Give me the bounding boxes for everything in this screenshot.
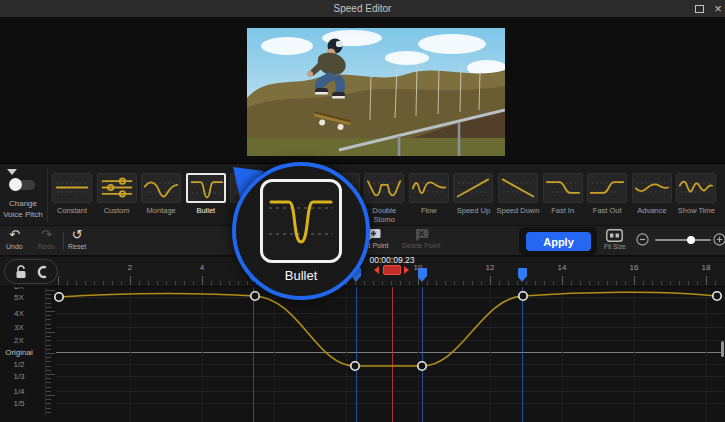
keyframe-flag-3[interactable] xyxy=(418,268,427,282)
preset-label-montage: Montage xyxy=(139,206,183,215)
speed-editor-window: Speed Editor × xyxy=(0,0,725,422)
ruler-tick xyxy=(472,281,473,285)
zoom-out-button[interactable] xyxy=(636,233,649,246)
ruler-tick xyxy=(616,281,617,285)
ruler-tick xyxy=(661,281,662,285)
ruler-tick xyxy=(112,281,113,285)
curve-point-3[interactable] xyxy=(351,362,359,370)
titlebar: Speed Editor × xyxy=(0,0,725,18)
preset-tile-constant[interactable] xyxy=(52,173,92,203)
redo-button[interactable]: ↷ Redo xyxy=(38,228,55,250)
curve-point-1[interactable] xyxy=(55,293,63,301)
ruler-tick xyxy=(508,281,509,285)
scrub-left-arrow-icon[interactable] xyxy=(374,266,379,274)
preset-tile-flow[interactable] xyxy=(409,173,449,203)
ruler-number-18: 18 xyxy=(702,263,711,272)
ruler-tick xyxy=(715,281,716,285)
preset-tile-double-slomo[interactable] xyxy=(364,173,404,203)
reset-icon: ↺ xyxy=(72,228,83,242)
delete-point-button[interactable]: Delete Point xyxy=(402,228,440,249)
zoom-in-button[interactable] xyxy=(713,233,725,246)
ruler-tick xyxy=(652,281,653,285)
preset-tile-montage[interactable] xyxy=(141,173,181,203)
preset-tile-bullet[interactable] xyxy=(186,173,226,203)
preset-label-advance: Advance xyxy=(630,206,674,215)
preset-label-speed-down: Speed Down xyxy=(496,206,540,215)
snap-magnet-icon[interactable] xyxy=(35,265,49,279)
scrub-right-arrow-icon[interactable] xyxy=(404,266,409,274)
vertical-scrollbar-thumb[interactable] xyxy=(721,341,724,357)
preset-tile-advance[interactable] xyxy=(632,173,672,203)
ruler-tick xyxy=(229,281,230,285)
preset-label-flow: Flow xyxy=(407,206,451,215)
video-frame-skateboarder xyxy=(247,28,505,156)
reset-button[interactable]: ↺ Reset xyxy=(68,228,86,250)
ruler-tick xyxy=(454,281,455,285)
ruler-tick xyxy=(499,281,500,285)
preset-label-constant: Constant xyxy=(50,206,94,215)
preset-label-custom: Custom xyxy=(95,206,139,215)
ruler-tick xyxy=(166,281,167,285)
preset-tile-speed-down[interactable] xyxy=(498,173,538,203)
collapse-panel-arrow-icon[interactable] xyxy=(7,169,17,175)
curve-point-2[interactable] xyxy=(251,292,259,300)
ruler-tick xyxy=(211,281,212,285)
preset-tile-speed-up[interactable] xyxy=(453,173,493,203)
preset-tile-fast-out[interactable] xyxy=(587,173,627,203)
ruler-tick xyxy=(445,281,446,285)
preset-label-show-time: Show Time xyxy=(674,206,718,215)
ruler-tick xyxy=(625,281,626,285)
apply-button[interactable]: Apply xyxy=(526,232,591,251)
ruler-tick xyxy=(94,281,95,285)
ruler-tick xyxy=(670,281,671,285)
ruler-number-12: 12 xyxy=(486,263,495,272)
ruler-tick xyxy=(202,276,203,285)
voice-pitch-toggle[interactable] xyxy=(11,180,35,190)
ruler-tick xyxy=(121,281,122,285)
ruler-tick xyxy=(481,281,482,285)
maximize-icon xyxy=(695,5,704,13)
ruler-tick xyxy=(400,281,401,285)
fit-size-slider[interactable] xyxy=(655,239,711,241)
ruler-tick xyxy=(544,281,545,285)
undo-button[interactable]: ↶ Undo xyxy=(6,228,23,250)
undo-icon: ↶ xyxy=(9,228,20,242)
preset-tile-custom[interactable] xyxy=(97,173,137,203)
ruler-tick xyxy=(688,281,689,285)
toggle-knob-icon xyxy=(9,178,22,191)
maximize-button[interactable] xyxy=(691,2,707,16)
close-button[interactable]: × xyxy=(710,2,725,16)
preset-tile-fast-in[interactable] xyxy=(543,173,583,203)
magnifier-overlay: Bullet xyxy=(232,162,370,300)
preset-label-fast-in: Fast In xyxy=(541,206,585,215)
ruler-tick xyxy=(643,281,644,285)
playhead-scrubber[interactable] xyxy=(383,265,401,275)
ruler-tick xyxy=(436,281,437,285)
ruler-tick xyxy=(193,281,194,285)
preset-label-fast-out: Fast Out xyxy=(585,206,629,215)
ruler-number-14: 14 xyxy=(558,263,567,272)
ruler-tick xyxy=(706,276,707,285)
ruler-tick xyxy=(139,281,140,285)
fit-size-icon xyxy=(606,229,623,242)
ruler-tick xyxy=(85,281,86,285)
preview-stage xyxy=(0,19,725,163)
close-icon: × xyxy=(714,4,722,14)
voice-pitch-label: ChangeVoice Pitch xyxy=(0,198,46,220)
speed-graph[interactable]: 6X5X4X3X2XOriginal1/21/31/41/5 xyxy=(0,287,725,422)
fit-size-control[interactable]: Fit Size xyxy=(604,229,626,250)
magnified-preset-label: Bullet xyxy=(236,268,366,283)
ruler-tick xyxy=(571,281,572,285)
preset-tile-show-time[interactable] xyxy=(676,173,716,203)
ruler-tick xyxy=(580,281,581,285)
panel-divider xyxy=(47,168,48,222)
keyframe-flag-4[interactable] xyxy=(518,268,527,282)
lock-open-icon[interactable] xyxy=(14,264,28,280)
curve-point-6[interactable] xyxy=(713,292,721,300)
slider-knob[interactable] xyxy=(687,236,695,244)
speed-curve xyxy=(0,287,725,422)
timeline-tools-pill xyxy=(4,259,58,284)
curve-point-4[interactable] xyxy=(418,362,426,370)
curve-point-5[interactable] xyxy=(519,292,527,300)
ruler-tick xyxy=(607,281,608,285)
